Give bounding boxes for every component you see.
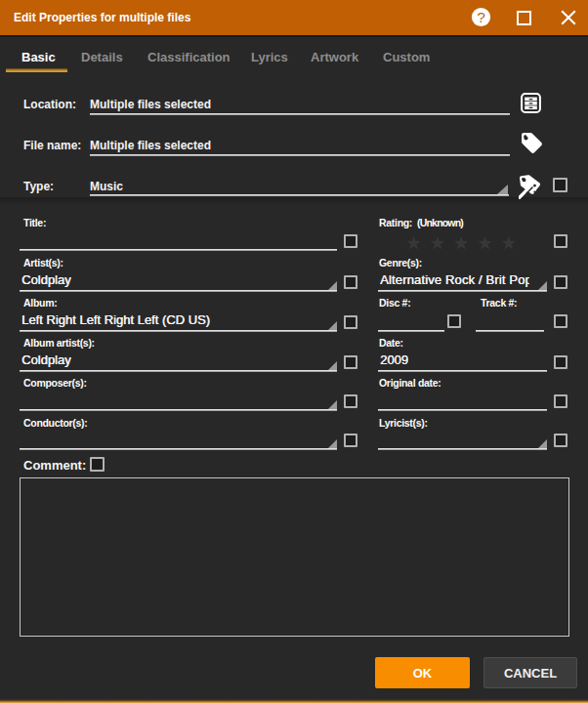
- svg-text:?: ?: [477, 9, 485, 25]
